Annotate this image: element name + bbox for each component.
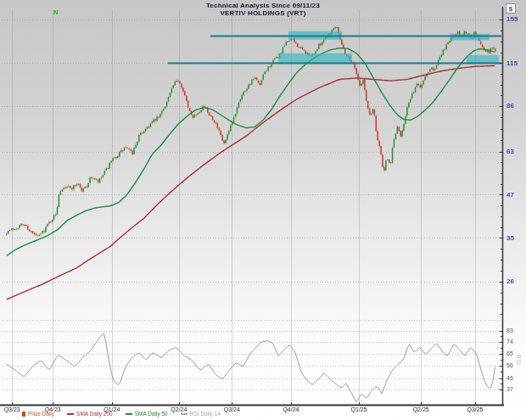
price-axis-label: 86 <box>506 102 514 109</box>
chart-canvas <box>0 0 526 420</box>
news-flag-marker: N <box>53 8 59 16</box>
legend-item-label: RSI Daily 14 <box>190 411 221 417</box>
rsi-axis-label: 65 <box>506 350 513 357</box>
legend-item-label: Price Daily <box>28 411 54 417</box>
chart-title-line1: Technical Analysis Since 09/11/23 <box>0 2 526 9</box>
chart-title-line2: VERTIV HOLDINGS (VRT) <box>0 9 526 17</box>
technical-analysis-chart: Technical Analysis Since 09/11/23 VERTIV… <box>0 0 526 420</box>
rsi-axis-label: 74 <box>506 339 513 345</box>
chart-title: Technical Analysis Since 09/11/23 VERTIV… <box>0 2 526 17</box>
line-swatch-icon <box>67 413 74 415</box>
legend-item: Price Daily <box>22 411 54 417</box>
rsi-axis-label: 46 <box>506 375 513 382</box>
x-axis-label: Q3/23 <box>4 406 20 412</box>
price-axis-label: 155 <box>506 15 518 23</box>
line-swatch-icon <box>181 413 187 415</box>
rsi-axis-label: 83 <box>506 328 513 334</box>
price-axis-label: 47 <box>506 191 514 199</box>
legend-item-label: SMA Daily 50 <box>135 411 168 417</box>
legend-item: SMA Daily 50 <box>126 411 168 417</box>
legend-item: SMA Daily 200 <box>67 411 113 417</box>
price-axis-label: 115 <box>506 59 518 67</box>
candle-swatch-icon <box>22 412 25 417</box>
x-axis-label: Q4/24 <box>283 406 299 412</box>
price-axis-label: 26 <box>506 277 514 285</box>
rsi-axis-label: 56 <box>506 362 513 369</box>
x-axis-label: Q2/25 <box>413 406 429 412</box>
x-axis-label: Q3/25 <box>467 406 483 412</box>
legend-item-label: SMA Daily 200 <box>76 411 113 417</box>
line-swatch-icon <box>126 413 132 415</box>
legend: Price DailySMA Daily 200SMA Daily 50RSI … <box>22 411 233 417</box>
legend-item: RSI Daily 14 <box>181 411 221 417</box>
price-axis-label: 63 <box>506 148 514 155</box>
rsi-axis-title: RSI <box>516 355 522 367</box>
x-axis-label: Q1/25 <box>351 406 367 412</box>
rsi-axis-label: 37 <box>506 386 513 393</box>
currency-axis-badge: $ <box>506 3 516 14</box>
price-axis-label: 35 <box>506 234 514 242</box>
